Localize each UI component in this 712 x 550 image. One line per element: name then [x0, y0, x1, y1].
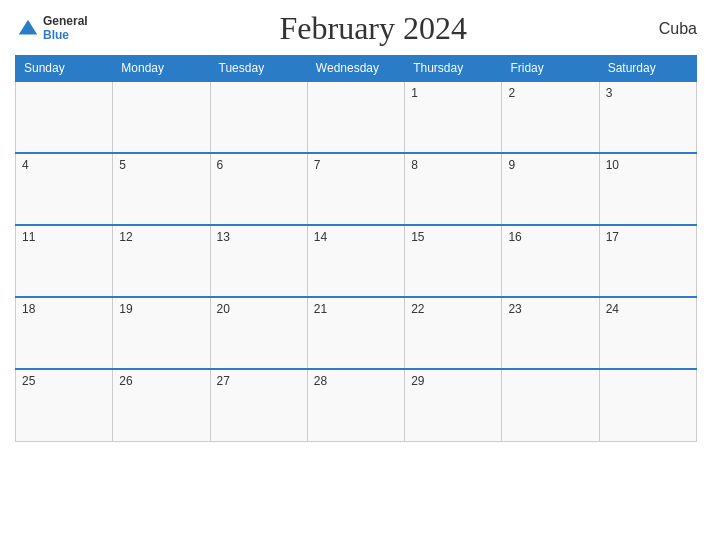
day-number: 4: [22, 158, 29, 172]
weekday-header-sunday: Sunday: [16, 56, 113, 82]
day-number: 14: [314, 230, 327, 244]
day-number: 2: [508, 86, 515, 100]
calendar-day-3: 3: [599, 81, 696, 153]
logo-general-text: General: [43, 15, 88, 28]
weekday-header-saturday: Saturday: [599, 56, 696, 82]
day-number: 16: [508, 230, 521, 244]
calendar-day-empty: [502, 369, 599, 441]
calendar-day-16: 16: [502, 225, 599, 297]
day-number: 28: [314, 374, 327, 388]
calendar-day-13: 13: [210, 225, 307, 297]
day-number: 25: [22, 374, 35, 388]
calendar-header: General Blue February 2024 Cuba: [15, 10, 697, 47]
day-number: 7: [314, 158, 321, 172]
calendar-week-row: 123: [16, 81, 697, 153]
calendar-day-1: 1: [405, 81, 502, 153]
country-label: Cuba: [659, 20, 697, 38]
calendar-day-9: 9: [502, 153, 599, 225]
calendar-table: SundayMondayTuesdayWednesdayThursdayFrid…: [15, 55, 697, 442]
calendar-day-12: 12: [113, 225, 210, 297]
calendar-day-7: 7: [307, 153, 404, 225]
calendar-day-2: 2: [502, 81, 599, 153]
day-number: 26: [119, 374, 132, 388]
weekday-header-friday: Friday: [502, 56, 599, 82]
calendar-day-8: 8: [405, 153, 502, 225]
calendar-container: General Blue February 2024 Cuba SundayMo…: [0, 0, 712, 550]
calendar-day-5: 5: [113, 153, 210, 225]
day-number: 13: [217, 230, 230, 244]
calendar-day-22: 22: [405, 297, 502, 369]
day-number: 3: [606, 86, 613, 100]
weekday-header-monday: Monday: [113, 56, 210, 82]
calendar-day-26: 26: [113, 369, 210, 441]
weekday-header-wednesday: Wednesday: [307, 56, 404, 82]
calendar-day-17: 17: [599, 225, 696, 297]
calendar-day-25: 25: [16, 369, 113, 441]
month-title: February 2024: [279, 10, 467, 47]
calendar-day-empty: [16, 81, 113, 153]
day-number: 24: [606, 302, 619, 316]
day-number: 17: [606, 230, 619, 244]
day-number: 6: [217, 158, 224, 172]
calendar-day-11: 11: [16, 225, 113, 297]
calendar-day-19: 19: [113, 297, 210, 369]
calendar-day-24: 24: [599, 297, 696, 369]
calendar-day-20: 20: [210, 297, 307, 369]
calendar-day-27: 27: [210, 369, 307, 441]
calendar-day-empty: [307, 81, 404, 153]
calendar-day-18: 18: [16, 297, 113, 369]
day-number: 11: [22, 230, 35, 244]
day-number: 5: [119, 158, 126, 172]
day-number: 15: [411, 230, 424, 244]
weekday-header-tuesday: Tuesday: [210, 56, 307, 82]
day-number: 19: [119, 302, 132, 316]
day-number: 12: [119, 230, 132, 244]
day-number: 9: [508, 158, 515, 172]
day-number: 22: [411, 302, 424, 316]
calendar-day-28: 28: [307, 369, 404, 441]
day-number: 8: [411, 158, 418, 172]
day-number: 27: [217, 374, 230, 388]
day-number: 18: [22, 302, 35, 316]
calendar-day-6: 6: [210, 153, 307, 225]
calendar-day-empty: [210, 81, 307, 153]
calendar-week-row: 18192021222324: [16, 297, 697, 369]
logo-icon: [17, 18, 39, 40]
day-number: 23: [508, 302, 521, 316]
calendar-day-14: 14: [307, 225, 404, 297]
calendar-day-10: 10: [599, 153, 696, 225]
calendar-day-4: 4: [16, 153, 113, 225]
calendar-day-empty: [113, 81, 210, 153]
calendar-day-23: 23: [502, 297, 599, 369]
day-number: 10: [606, 158, 619, 172]
calendar-week-row: 11121314151617: [16, 225, 697, 297]
weekday-header-thursday: Thursday: [405, 56, 502, 82]
calendar-week-row: 2526272829: [16, 369, 697, 441]
day-number: 20: [217, 302, 230, 316]
logo: General Blue: [15, 15, 88, 41]
day-number: 29: [411, 374, 424, 388]
calendar-week-row: 45678910: [16, 153, 697, 225]
svg-marker-0: [19, 19, 37, 34]
calendar-day-29: 29: [405, 369, 502, 441]
calendar-day-15: 15: [405, 225, 502, 297]
day-number: 1: [411, 86, 418, 100]
calendar-day-empty: [599, 369, 696, 441]
weekday-header-row: SundayMondayTuesdayWednesdayThursdayFrid…: [16, 56, 697, 82]
logo-blue-text: Blue: [43, 29, 88, 42]
day-number: 21: [314, 302, 327, 316]
calendar-day-21: 21: [307, 297, 404, 369]
